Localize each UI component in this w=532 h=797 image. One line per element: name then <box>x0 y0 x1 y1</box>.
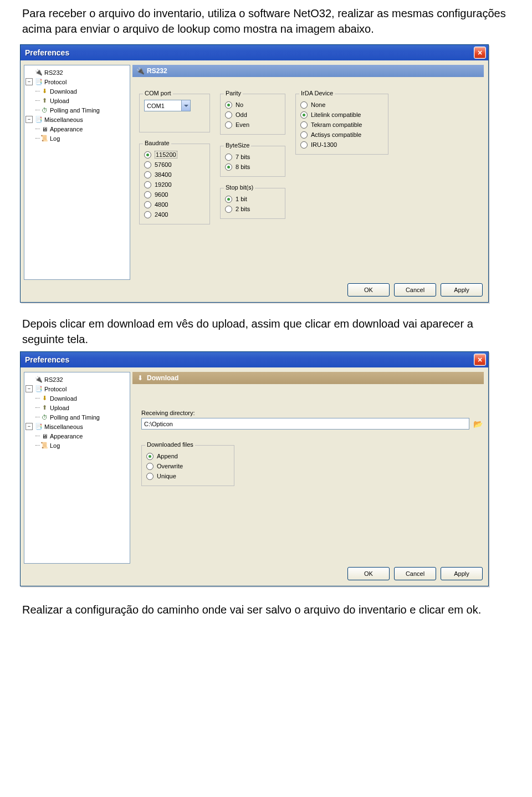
group-label: Stop bit(s) <box>224 184 255 191</box>
tree-label: Log <box>50 442 60 449</box>
radio-label: 19200 <box>155 181 172 188</box>
tree-item-protocol[interactable]: − 📑 Protocol <box>25 384 129 394</box>
radio-label: Odd <box>236 111 247 118</box>
tree-label: Miscellaneous <box>44 116 83 123</box>
group-label: IrDA Device <box>299 90 335 96</box>
close-button[interactable]: × <box>474 47 486 59</box>
cancel-button[interactable]: Cancel <box>394 567 436 580</box>
section-header-download: ⬇ Download <box>132 372 484 384</box>
radio-label: Overwrite <box>157 463 183 469</box>
tree-label: Upload <box>50 405 69 411</box>
bytesize-8-radio[interactable]: 8 bits <box>225 162 280 172</box>
preferences-dialog-rs232: Preferences × − 🔌 RS232 − 📑 Protocol <box>20 44 489 303</box>
parity-even-radio[interactable]: Even <box>225 120 280 130</box>
ok-button[interactable]: OK <box>347 283 390 297</box>
tree-item-rs232[interactable]: − 🔌 RS232 <box>25 68 129 77</box>
misc-icon: 📑 <box>34 422 43 431</box>
ok-button[interactable]: OK <box>347 567 390 580</box>
parity-group: Parity No Odd Even <box>220 94 285 135</box>
section-title: Download <box>147 374 178 382</box>
tree-label: Upload <box>50 98 69 104</box>
tree-item-misc[interactable]: − 📑 Miscellaneous <box>25 115 129 124</box>
close-icon: × <box>478 49 482 57</box>
baud-57600-radio[interactable]: 57600 <box>144 160 205 170</box>
close-icon: × <box>478 356 482 364</box>
tree-item-rs232[interactable]: − 🔌 RS232 <box>25 375 129 384</box>
tree-view[interactable]: − 🔌 RS232 − 📑 Protocol ⬇ Download <box>24 65 130 280</box>
parity-odd-radio[interactable]: Odd <box>225 110 280 120</box>
appearance-icon: 🖥 <box>40 125 49 134</box>
apply-button[interactable]: Apply <box>441 283 483 297</box>
radio-label: Append <box>157 453 178 459</box>
tree-label: Download <box>50 88 77 95</box>
download-icon: ⬇ <box>40 394 49 403</box>
tree-item-polling[interactable]: ⏱ Polling and Timing <box>25 105 129 115</box>
tree-item-polling[interactable]: ⏱ Polling and Timing <box>25 412 129 422</box>
tree-item-download[interactable]: ⬇ Download <box>25 86 129 96</box>
comport-select[interactable]: COM1 <box>144 100 191 111</box>
parity-no-radio[interactable]: No <box>225 100 280 110</box>
serial-icon: 🔌 <box>136 67 145 75</box>
comport-group: COM port COM1 <box>139 94 210 132</box>
bytesize-7-radio[interactable]: 7 bits <box>225 152 280 162</box>
baud-19200-radio[interactable]: 19200 <box>144 180 205 190</box>
radio-label: 1 bit <box>236 196 247 202</box>
radio-label: 115200 <box>155 151 177 159</box>
tree-item-download[interactable]: ⬇ Download <box>25 394 129 403</box>
baud-2400-radio[interactable]: 2400 <box>144 210 205 219</box>
baud-38400-radio[interactable]: 38400 <box>144 170 205 180</box>
file-unique-radio[interactable]: Unique <box>146 471 229 481</box>
tree-item-log[interactable]: 📜 Log <box>25 134 129 143</box>
downloaded-files-group: Downloaded files Append Overwrite Unique <box>141 445 234 486</box>
apply-button[interactable]: Apply <box>441 567 483 580</box>
radio-label: 8 bits <box>236 164 250 170</box>
tree-item-log[interactable]: 📜 Log <box>25 441 129 450</box>
radio-label: Litelink compatible <box>311 111 361 118</box>
tree-item-upload[interactable]: ⬆ Upload <box>25 96 129 105</box>
tree-item-upload[interactable]: ⬆ Upload <box>25 403 129 412</box>
recvdir-input[interactable]: C:\Opticon <box>141 418 469 430</box>
browse-folder-button[interactable]: 📂 <box>472 418 484 430</box>
radio-label: Unique <box>157 473 176 479</box>
baud-9600-radio[interactable]: 9600 <box>144 190 205 200</box>
tree-item-protocol[interactable]: − 📑 Protocol <box>25 77 129 86</box>
irda-tekram-radio[interactable]: Tekram compatible <box>300 120 383 130</box>
radio-label: 57600 <box>155 161 172 168</box>
tree-label: Download <box>50 395 77 402</box>
paragraph-3: Realizar a configuração do caminho onde … <box>22 602 510 617</box>
stopbit-1-radio[interactable]: 1 bit <box>225 194 280 204</box>
tree-label: Appearance <box>50 126 83 132</box>
combo-value: COM1 <box>145 103 181 109</box>
tree-label: Polling and Timing <box>50 107 100 114</box>
baud-4800-radio[interactable]: 4800 <box>144 200 205 210</box>
tree-label: Protocol <box>44 386 66 392</box>
paragraph-1: Para receber o arquivo do inventario, ut… <box>22 6 510 37</box>
stopbit-2-radio[interactable]: 2 bits <box>225 204 280 214</box>
dropdown-button[interactable] <box>181 100 190 111</box>
appearance-icon: 🖥 <box>40 432 49 441</box>
irda-iru1300-radio[interactable]: IRU-1300 <box>300 140 383 150</box>
radio-label: 7 bits <box>236 154 250 160</box>
group-label: Downloaded files <box>145 441 195 448</box>
irda-litelink-radio[interactable]: Litelink compatible <box>300 110 383 120</box>
tree-label: Appearance <box>50 433 83 440</box>
close-button[interactable]: × <box>474 354 486 366</box>
tree-item-appearance[interactable]: 🖥 Appearance <box>25 124 129 134</box>
tree-item-appearance[interactable]: 🖥 Appearance <box>25 431 129 441</box>
irda-actisys-radio[interactable]: Actisys compatible <box>300 130 383 140</box>
tree-label: RS232 <box>44 69 63 76</box>
recvdir-label: Receiving directory: <box>141 410 484 416</box>
cancel-button[interactable]: Cancel <box>394 283 436 297</box>
irda-none-radio[interactable]: None <box>300 100 383 110</box>
titlebar: Preferences × <box>21 45 488 60</box>
radio-label: None <box>311 101 325 108</box>
file-overwrite-radio[interactable]: Overwrite <box>146 461 229 471</box>
baud-115200-radio[interactable]: 115200 <box>144 150 205 160</box>
file-append-radio[interactable]: Append <box>146 451 229 461</box>
timer-icon: ⏱ <box>40 106 49 115</box>
radio-label: 2 bits <box>236 206 250 212</box>
tree-view[interactable]: − 🔌 RS232 − 📑 Protocol ⬇ Download <box>24 372 130 564</box>
button-row: OK Cancel Apply <box>21 279 488 302</box>
serial-icon: 🔌 <box>34 68 43 77</box>
tree-item-misc[interactable]: − 📑 Miscellaneous <box>25 422 129 431</box>
